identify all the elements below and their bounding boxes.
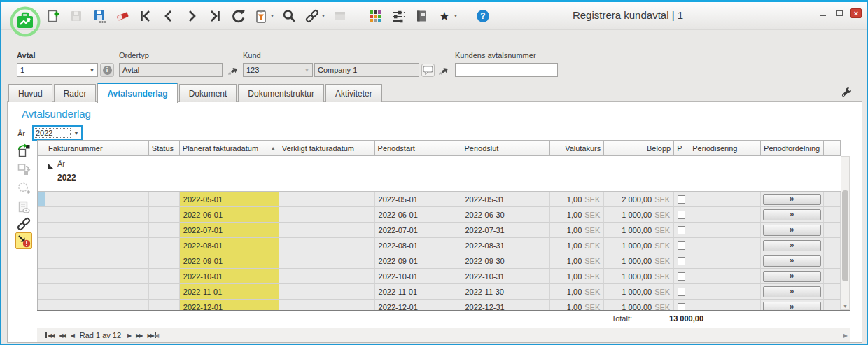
table-row[interactable]: 2022-07-012022-07-012022-07-311,00SEK1 0…	[38, 223, 841, 238]
cell-fakturanummer[interactable]	[46, 284, 149, 300]
new-document-icon[interactable]	[45, 8, 62, 24]
cell-periodisering[interactable]	[690, 300, 761, 310]
row-indicator[interactable]	[38, 238, 46, 253]
cell-verkligt-fakturadatum[interactable]	[279, 223, 375, 238]
refresh-icon[interactable]	[230, 8, 246, 24]
nav-next-button[interactable]: ▶	[127, 332, 130, 339]
paste-filter-button[interactable]: ▼	[253, 8, 274, 24]
cell-valutakurs[interactable]: 1,00SEK	[550, 238, 604, 253]
cell-status[interactable]	[149, 207, 180, 223]
row-indicator[interactable]	[38, 207, 46, 223]
row-indicator[interactable]	[38, 284, 46, 300]
save-layout-icon[interactable]	[91, 8, 108, 24]
cell-verkligt-fakturadatum[interactable]	[279, 284, 375, 300]
cell-planerat-fakturadatum[interactable]: 2022-07-01	[180, 223, 279, 238]
cell-belopp[interactable]: 1 000,00SEK	[604, 253, 674, 269]
cell-periodisering[interactable]	[690, 192, 761, 207]
nav-first-button[interactable]: ◀◀	[46, 332, 53, 339]
row-indicator[interactable]	[38, 253, 46, 269]
kund-name-field[interactable]: Company 1	[314, 63, 419, 77]
hscroll-right-icon[interactable]: ▶	[844, 332, 848, 339]
cell-status[interactable]	[149, 238, 180, 253]
column-header-fakturanummer[interactable]: Fakturanummer	[46, 141, 149, 156]
goto-kund-icon[interactable]	[438, 64, 450, 77]
column-header-belopp[interactable]: Belopp	[604, 141, 674, 156]
restore-button[interactable]	[834, 8, 845, 18]
cell-valutakurs[interactable]: 1,00SEK	[550, 253, 604, 269]
cell-periodstart[interactable]: 2022-10-01	[375, 269, 462, 284]
cell-verkligt-fakturadatum[interactable]	[279, 300, 375, 310]
search-icon[interactable]	[281, 8, 298, 24]
column-header-p[interactable]: P	[674, 141, 690, 156]
cell-periodisering[interactable]	[690, 269, 761, 284]
color-grid-icon[interactable]	[367, 8, 384, 24]
table-row[interactable]: 2022-08-012022-08-012022-08-311,00SEK1 0…	[38, 238, 841, 253]
cell-planerat-fakturadatum[interactable]: 2022-09-01	[180, 253, 279, 269]
cell-planerat-fakturadatum[interactable]: 2022-12-01	[180, 300, 279, 310]
cell-periodslut[interactable]: 2022-08-31	[461, 238, 550, 253]
cell-status[interactable]	[149, 192, 180, 207]
cell-valutakurs[interactable]: 1,00SEK	[550, 300, 604, 310]
ordertyp-field[interactable]: Avtal	[119, 63, 223, 77]
periodfordelning-button[interactable]: »	[763, 240, 821, 251]
cell-verkligt-fakturadatum[interactable]	[279, 269, 375, 284]
cell-status[interactable]	[149, 300, 180, 310]
cell-verkligt-fakturadatum[interactable]	[279, 238, 375, 253]
cell-belopp[interactable]: 1 000,00SEK	[604, 284, 674, 300]
chevron-down-icon[interactable]: ▼	[71, 127, 81, 139]
kundens-avtalsnummer-input[interactable]	[455, 63, 558, 77]
table-row[interactable]: 2022-06-012022-06-012022-06-301,00SEK1 0…	[38, 207, 841, 223]
tab-dokumentstruktur[interactable]: Dokumentstruktur	[238, 84, 324, 102]
cell-valutakurs[interactable]: 1,00SEK	[550, 284, 604, 300]
cell-status[interactable]	[149, 284, 180, 300]
cell-belopp[interactable]: 1 000,00SEK	[604, 269, 674, 284]
cell-valutakurs[interactable]: 1,00SEK	[550, 223, 604, 238]
row-indicator[interactable]	[38, 223, 46, 238]
column-header-periodf-rdelning[interactable]: Periodfördelning	[761, 141, 824, 156]
link-rows-icon[interactable]	[15, 216, 32, 232]
hscroll-left-icon[interactable]: ◀	[155, 332, 159, 339]
insert-row-icon[interactable]	[15, 142, 32, 159]
last-record-icon[interactable]	[206, 8, 223, 24]
p-checkbox[interactable]	[678, 257, 685, 265]
cell-fakturanummer[interactable]	[46, 269, 149, 284]
previous-record-icon[interactable]	[160, 8, 177, 24]
cell-periodstart[interactable]: 2022-07-01	[375, 223, 462, 238]
column-header-status[interactable]: Status	[149, 141, 180, 156]
cell-status[interactable]	[149, 269, 180, 284]
help-icon[interactable]: ?	[475, 8, 491, 24]
documentation-book-icon[interactable]	[413, 8, 430, 24]
delete-icon[interactable]	[114, 8, 131, 24]
table-row[interactable]: 2022-05-012022-05-012022-05-311,00SEK2 0…	[38, 192, 841, 207]
periodfordelning-button[interactable]: »	[763, 255, 821, 267]
collapse-triangle-icon[interactable]	[48, 163, 53, 169]
scroll-down-icon[interactable]: ▼	[841, 304, 849, 309]
cell-fakturanummer[interactable]	[46, 223, 149, 238]
cell-fakturanummer[interactable]	[46, 253, 149, 269]
table-row[interactable]: 2022-12-012022-12-012022-12-311,00SEK1 0…	[38, 300, 841, 310]
cell-periodslut[interactable]: 2022-07-31	[461, 223, 550, 238]
cell-fakturanummer[interactable]	[46, 300, 149, 310]
cell-periodisering[interactable]	[690, 238, 761, 253]
periodfordelning-button[interactable]: »	[763, 209, 821, 220]
kund-code-field[interactable]: 123 ▼	[243, 63, 313, 77]
goto-ordertyp-icon[interactable]	[227, 64, 239, 77]
table-row[interactable]: 2022-10-012022-10-012022-10-311,00SEK1 0…	[38, 269, 841, 284]
close-button[interactable]: ×	[850, 8, 862, 18]
column-header-periodslut[interactable]: Periodslut	[461, 141, 550, 156]
table-row[interactable]: 2022-11-012022-11-012022-11-301,00SEK1 0…	[38, 284, 841, 300]
p-checkbox[interactable]	[678, 195, 685, 204]
column-header-valutakurs[interactable]: Valutakurs	[550, 141, 604, 156]
column-header-empty[interactable]	[824, 141, 841, 156]
cell-verkligt-fakturadatum[interactable]	[279, 253, 375, 269]
cell-periodstart[interactable]: 2022-12-01	[375, 300, 462, 310]
tab-huvud[interactable]: Huvud	[8, 84, 52, 102]
cell-periodstart[interactable]: 2022-08-01	[375, 238, 462, 253]
cell-periodslut[interactable]: 2022-06-30	[461, 207, 550, 223]
cell-planerat-fakturadatum[interactable]: 2022-08-01	[180, 238, 279, 253]
cell-periodslut[interactable]: 2022-12-31	[461, 300, 550, 310]
p-checkbox[interactable]	[678, 288, 685, 296]
nav-prev-page-button[interactable]: ◀◀	[59, 332, 64, 339]
table-row[interactable]: 2022-09-012022-09-012022-09-301,00SEK1 0…	[38, 253, 841, 269]
cell-periodisering[interactable]	[690, 207, 761, 223]
